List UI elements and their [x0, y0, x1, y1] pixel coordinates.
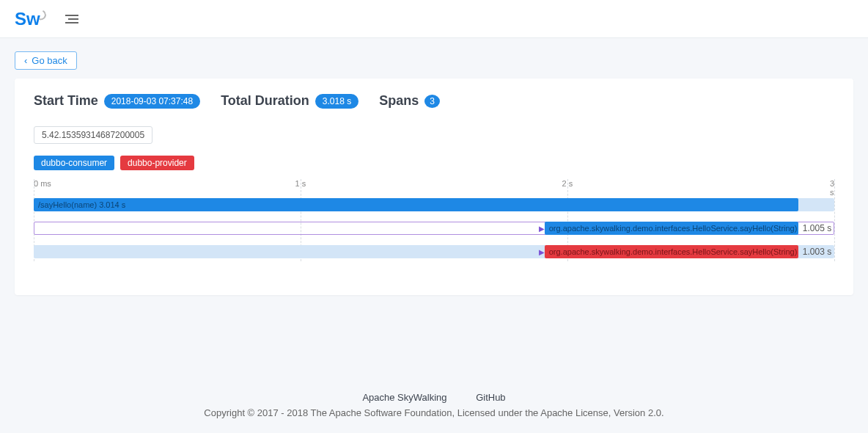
menu-icon[interactable]	[65, 15, 78, 23]
tick-1: 1 s	[295, 179, 306, 188]
topbar: Sw	[0, 0, 868, 38]
summary-row: Start Time 2018-09-03 07:37:48 Total Dur…	[34, 93, 834, 109]
footer-link-github[interactable]: GitHub	[476, 392, 505, 403]
arrow-icon: ▶	[539, 248, 545, 256]
trace-id[interactable]: 5.42.15359314687200005	[34, 126, 152, 144]
tracks: /sayHello(name) 3.014 s ▶ org.apache.sky…	[34, 192, 834, 261]
span-bar[interactable]: org.apache.skywalking.demo.interfaces.He…	[545, 245, 798, 258]
span-row: ▶ org.apache.skywalking.demo.interfaces.…	[34, 242, 834, 261]
span-row: ▶ org.apache.skywalking.demo.interfaces.…	[34, 219, 834, 238]
tick-2: 2 s	[562, 179, 573, 188]
total-duration: Total Duration 3.018 s	[221, 93, 358, 109]
arrow-icon: ▶	[539, 225, 545, 233]
tick-0: 0 ms	[34, 179, 51, 188]
duration-value: 3.018 s	[315, 94, 358, 109]
footer-copyright: Copyright © 2017 - 2018 The Apache Softw…	[0, 407, 868, 418]
go-back-button[interactable]: ‹ Go back	[15, 51, 77, 70]
start-time-value: 2018-09-03 07:37:48	[104, 94, 200, 109]
tag-dubbo-provider[interactable]: dubbo-provider	[120, 156, 194, 170]
span-duration: 1.003 s	[798, 242, 831, 261]
start-time-label: Start Time	[34, 93, 98, 109]
logo: Sw	[15, 9, 48, 29]
tag-dubbo-consumer[interactable]: dubbo-consumer	[34, 156, 114, 170]
span-bar[interactable]: /sayHello(name) 3.014 s	[34, 198, 798, 211]
footer: Apache SkyWalking GitHub Copyright © 201…	[0, 392, 868, 418]
time-axis: 0 ms 1 s 2 s 3 s	[34, 179, 834, 192]
span-row: /sayHello(name) 3.014 s	[34, 195, 834, 214]
spans-count: Spans 3	[379, 93, 440, 109]
go-back-label: Go back	[32, 55, 67, 66]
footer-link-skywalking[interactable]: Apache SkyWalking	[362, 392, 446, 403]
timeline: 0 ms 1 s 2 s 3 s /sayHello(name) 3.014 s…	[34, 179, 834, 261]
trace-card: Start Time 2018-09-03 07:37:48 Total Dur…	[15, 79, 853, 295]
chevron-left-icon: ‹	[24, 55, 27, 66]
spans-label: Spans	[379, 93, 419, 109]
service-tags: dubbo-consumer dubbo-provider	[34, 156, 834, 170]
start-time: Start Time 2018-09-03 07:37:48	[34, 93, 200, 109]
span-duration: 1.005 s	[798, 219, 831, 238]
span-bar[interactable]: org.apache.skywalking.demo.interfaces.He…	[545, 222, 798, 235]
spans-value: 3	[424, 95, 440, 108]
duration-label: Total Duration	[221, 93, 309, 109]
